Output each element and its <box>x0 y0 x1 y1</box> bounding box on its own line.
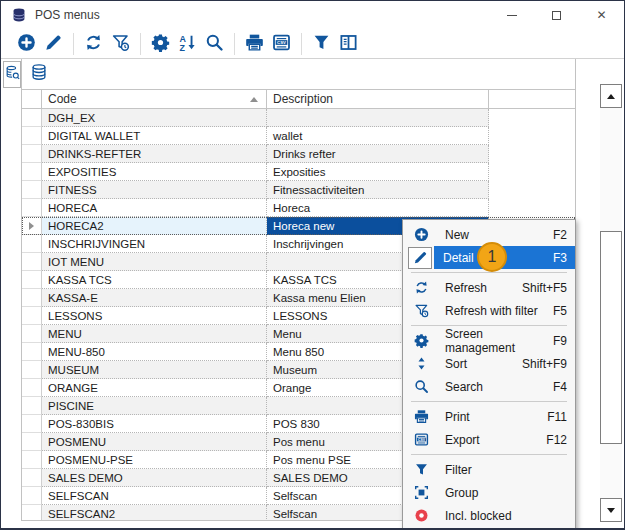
code-cell[interactable]: DGH_EX <box>42 109 267 127</box>
code-cell[interactable]: EXPOSITIES <box>42 163 267 181</box>
sort-ascending-icon <box>250 97 258 102</box>
row-selector-cell[interactable] <box>22 235 42 253</box>
code-cell[interactable]: SELFSCAN2 <box>42 505 267 521</box>
code-cell[interactable]: SELFSCAN <box>42 487 267 505</box>
row-selector-cell[interactable] <box>22 505 42 521</box>
row-selector-cell[interactable] <box>22 433 42 451</box>
database-icon[interactable] <box>30 63 48 85</box>
filter-button[interactable] <box>308 32 335 56</box>
maximize-button[interactable] <box>534 1 579 29</box>
code-cell[interactable]: KASSA TCS <box>42 271 267 289</box>
code-cell[interactable]: IOT MENU <box>42 253 267 271</box>
code-cell[interactable]: DRINKS-REFTER <box>42 145 267 163</box>
scrollbar-thumb[interactable] <box>600 231 622 444</box>
export-csv-icon: CSV <box>408 432 434 447</box>
row-selector-cell[interactable] <box>22 451 42 469</box>
row-selector-cell[interactable] <box>22 163 42 181</box>
table-row-dgh-ex[interactable]: DGH_EX <box>22 109 575 127</box>
menu-item-search[interactable]: Search F4 <box>403 375 575 398</box>
export-button[interactable]: CSV <box>268 32 295 56</box>
description-cell[interactable]: Horeca <box>267 199 489 217</box>
row-selector-cell[interactable] <box>22 325 42 343</box>
row-selector-cell[interactable] <box>22 361 42 379</box>
code-cell[interactable]: POSMENU <box>42 433 267 451</box>
row-selector-cell[interactable] <box>22 397 42 415</box>
svg-text:Z: Z <box>179 42 185 51</box>
code-cell[interactable]: INSCHRIJVINGEN <box>42 235 267 253</box>
column-header-code[interactable]: Code <box>42 90 267 108</box>
minimize-button[interactable] <box>489 1 534 29</box>
code-cell[interactable]: PISCINE <box>42 397 267 415</box>
data-browser-tab[interactable] <box>3 61 21 88</box>
menu-item-print[interactable]: Print F11 <box>403 405 575 428</box>
code-cell[interactable]: SALES DEMO <box>42 469 267 487</box>
code-cell[interactable]: DIGITAL WALLET <box>42 127 267 145</box>
menu-item-filter[interactable]: Filter <box>403 458 575 481</box>
screen-management-button[interactable] <box>147 32 174 56</box>
printer-icon <box>245 33 264 56</box>
menu-item-detail[interactable]: Detail F3 1 <box>403 246 575 269</box>
menu-item-incl-blocked[interactable]: Incl. blocked <box>403 504 575 527</box>
description-cell[interactable]: Fitnessactiviteiten <box>267 181 489 199</box>
code-cell[interactable]: MUSEUM <box>42 361 267 379</box>
description-cell[interactable]: wallet <box>267 127 489 145</box>
refresh-button[interactable] <box>80 32 107 56</box>
code-cell[interactable]: MENU <box>42 325 267 343</box>
table-row-digital-wallet[interactable]: DIGITAL WALLET wallet <box>22 127 575 145</box>
sort-button[interactable]: AZ <box>174 32 201 56</box>
row-selector-cell[interactable] <box>22 127 42 145</box>
scroll-up-button[interactable] <box>600 84 622 108</box>
code-cell[interactable]: HORECA2 <box>42 217 267 235</box>
app-window: POS menus ✕ <box>0 0 625 530</box>
row-selector-cell[interactable] <box>22 109 42 127</box>
menu-item-refresh-with-filter[interactable]: Refresh with filter F5 <box>403 299 575 322</box>
row-selector-cell[interactable] <box>22 199 42 217</box>
menu-item-screen-management[interactable]: Screen management F9 <box>403 329 575 352</box>
row-selector-cell[interactable] <box>22 415 42 433</box>
row-selector-cell[interactable] <box>22 217 42 235</box>
code-cell[interactable]: KASSA-E <box>42 289 267 307</box>
table-row-fitness[interactable]: FITNESS Fitnessactiviteiten <box>22 181 575 199</box>
vertical-scrollbar[interactable] <box>600 84 622 522</box>
menu-item-group[interactable]: Group <box>403 481 575 504</box>
print-button[interactable] <box>241 32 268 56</box>
detail-button[interactable] <box>40 32 67 56</box>
description-cell[interactable]: Drinks refter <box>267 145 489 163</box>
scroll-down-button[interactable] <box>600 498 622 522</box>
pencil-icon <box>408 247 432 269</box>
new-button[interactable] <box>13 32 40 56</box>
code-cell[interactable]: POS-830BIS <box>42 415 267 433</box>
row-selector-cell[interactable] <box>22 181 42 199</box>
close-button[interactable]: ✕ <box>579 1 624 29</box>
row-selector-cell[interactable] <box>22 271 42 289</box>
row-selector-cell[interactable] <box>22 253 42 271</box>
row-selector-cell[interactable] <box>22 343 42 361</box>
row-selector-cell[interactable] <box>22 289 42 307</box>
code-cell[interactable]: FITNESS <box>42 181 267 199</box>
description-cell[interactable] <box>267 109 489 127</box>
refresh-with-filter-button[interactable] <box>107 32 134 56</box>
code-cell[interactable]: HORECA <box>42 199 267 217</box>
menu-item-export[interactable]: CSV Export F12 <box>403 428 575 451</box>
table-row-horeca[interactable]: HORECA Horeca <box>22 199 575 217</box>
column-header-description[interactable]: Description <box>267 90 489 108</box>
group-columns-button[interactable] <box>335 32 362 56</box>
description-cell[interactable]: Exposities <box>267 163 489 181</box>
table-row-exposities[interactable]: EXPOSITIES Exposities <box>22 163 575 181</box>
code-cell[interactable]: LESSONS <box>42 307 267 325</box>
menu-item-refresh[interactable]: Refresh Shift+F5 <box>403 276 575 299</box>
row-selector-cell[interactable] <box>22 379 42 397</box>
code-cell[interactable]: POSMENU-PSE <box>42 451 267 469</box>
funnel-refresh-icon <box>408 303 434 318</box>
menu-item-sort[interactable]: Sort Shift+F9 <box>403 352 575 375</box>
row-selector-header[interactable] <box>22 90 42 108</box>
code-cell[interactable]: MENU-850 <box>42 343 267 361</box>
row-selector-cell[interactable] <box>22 487 42 505</box>
row-selector-cell[interactable] <box>22 307 42 325</box>
funnel-refresh-icon <box>111 33 130 56</box>
row-selector-cell[interactable] <box>22 145 42 163</box>
table-row-drinks-refter[interactable]: DRINKS-REFTER Drinks refter <box>22 145 575 163</box>
row-selector-cell[interactable] <box>22 469 42 487</box>
search-button[interactable] <box>201 32 228 56</box>
code-cell[interactable]: ORANGE <box>42 379 267 397</box>
